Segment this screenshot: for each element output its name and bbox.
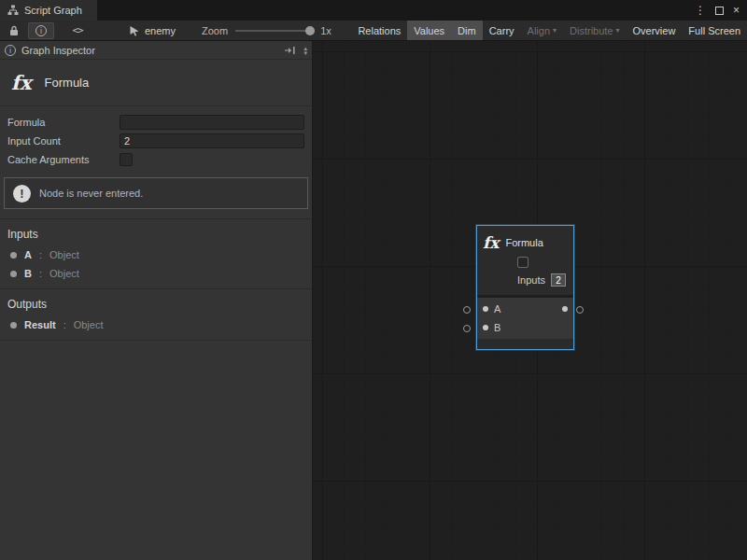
graph-target[interactable]: enemy	[129, 25, 176, 36]
node-input-count-field[interactable]: 2	[551, 273, 566, 287]
maximize-icon[interactable]	[715, 7, 724, 15]
port-b-type: Object	[49, 268, 79, 279]
port-result-name: Result	[24, 319, 56, 330]
cache-arguments-checkbox[interactable]	[120, 153, 133, 166]
inspector-fx-icon: fx	[11, 71, 32, 94]
node-port-b-label: B	[494, 322, 500, 333]
graph-canvas[interactable]: fx Formula Inputs 2 A B	[313, 41, 747, 560]
chevron-down-icon: ▾	[616, 21, 620, 41]
port-a-name: A	[24, 249, 32, 260]
port-result-type: Object	[74, 319, 104, 330]
fullscreen-button[interactable]: Full Screen	[682, 21, 747, 40]
input-port-a-dot[interactable]	[483, 306, 488, 312]
formula-node-footer	[477, 339, 573, 349]
unity-window: Script Graph ⋮ × i <>	[0, 0, 747, 560]
port-separator: :	[39, 268, 42, 279]
formula-node-header[interactable]: fx Formula Inputs 2	[477, 226, 573, 295]
port-separator: :	[39, 249, 42, 260]
divider	[0, 340, 312, 341]
formula-node-ports: A B	[477, 295, 573, 339]
port-b-name: B	[24, 268, 32, 279]
relations-button[interactable]: Relations	[351, 21, 407, 40]
output-port-result-dot[interactable]	[562, 306, 568, 312]
zoom-control: Zoom 1x	[202, 25, 331, 36]
zoom-track	[235, 30, 315, 32]
port-separator: :	[63, 319, 66, 330]
window-controls: ⋮ ×	[695, 0, 747, 21]
node-inputs-label: Inputs	[517, 274, 545, 286]
graph-toolbar: i <> enemy Zoom 1x Relations Values Dim	[0, 21, 747, 41]
distribute-button[interactable]: Distribute ▾	[563, 21, 626, 40]
inspector-toggle-button[interactable]: i	[28, 22, 54, 39]
unit-fields: Formula Input Count Cache Arguments	[0, 106, 312, 174]
inspector-header-title: Graph Inspector	[21, 45, 95, 56]
inspector-header: i Graph Inspector ▴ ▾	[0, 41, 312, 60]
dim-button[interactable]: Dim	[451, 21, 483, 40]
port-a-type: Object	[49, 249, 79, 260]
cache-arguments-field-row: Cache Arguments	[7, 150, 304, 169]
port-dot	[10, 322, 17, 329]
formula-field-row: Formula	[7, 113, 304, 132]
info-icon: i	[5, 45, 16, 56]
close-icon[interactable]: ×	[733, 0, 740, 21]
port-dot	[10, 271, 17, 277]
chevron-down-icon: ▾	[553, 21, 557, 41]
port-dot	[10, 252, 17, 259]
values-button[interactable]: Values	[407, 21, 451, 40]
overview-button[interactable]: Overview	[627, 21, 683, 40]
scroll-spinner[interactable]: ▴ ▾	[303, 46, 307, 55]
carry-button[interactable]: Carry	[483, 21, 521, 40]
window-menu-icon[interactable]: ⋮	[695, 0, 706, 21]
align-button[interactable]: Align ▾	[521, 21, 563, 40]
edit-script-button[interactable]: <>	[63, 22, 92, 39]
target-label: enemy	[145, 25, 176, 36]
port-row-result: Result : Object	[0, 315, 312, 334]
port-row-b: B : Object	[0, 264, 312, 283]
external-port-a[interactable]	[463, 306, 471, 314]
graph-inspector-panel: i Graph Inspector ▴ ▾ fx Formula	[0, 41, 313, 560]
warning-box: ! Node is never entered.	[4, 177, 308, 209]
code-icon: <>	[72, 24, 82, 36]
node-title: Formula	[505, 237, 543, 248]
input-count-field-row: Input Count	[7, 132, 304, 150]
inputs-section-header: Inputs	[0, 219, 312, 245]
lock-button[interactable]	[4, 22, 24, 39]
node-port-row-b[interactable]: B	[477, 318, 573, 337]
warning-icon: !	[13, 185, 31, 203]
cursor-icon	[129, 25, 140, 36]
warning-text: Node is never entered.	[39, 188, 143, 199]
distribute-label: Distribute	[570, 21, 613, 41]
input-port-b-dot[interactable]	[483, 325, 488, 330]
zoom-knob[interactable]	[305, 26, 315, 35]
external-port-b[interactable]	[463, 325, 471, 332]
tab-script-graph[interactable]: Script Graph	[0, 0, 97, 21]
align-label: Align	[528, 21, 550, 41]
zoom-slider[interactable]	[235, 25, 315, 36]
script-graph-icon	[7, 5, 19, 16]
formula-input[interactable]	[120, 115, 304, 130]
zoom-label: Zoom	[202, 25, 228, 36]
external-port-result[interactable]	[576, 306, 584, 314]
port-row-a: A : Object	[0, 245, 312, 264]
formula-field-label: Formula	[7, 117, 120, 128]
formula-node[interactable]: fx Formula Inputs 2 A B	[476, 225, 574, 350]
toolbar-buttons: Relations Values Dim Carry Align ▾ Distr…	[351, 21, 747, 40]
lock-icon	[8, 25, 20, 36]
node-fx-icon: fx	[483, 233, 499, 252]
tab-title: Script Graph	[24, 5, 82, 16]
dock-icon[interactable]	[284, 46, 296, 55]
zoom-value: 1x	[320, 25, 331, 36]
window-titlebar: Script Graph ⋮ ×	[0, 0, 747, 21]
unit-title: Formula	[45, 76, 90, 90]
unit-title-block: fx Formula	[0, 60, 312, 106]
spinner-down-icon[interactable]: ▾	[303, 50, 307, 55]
node-port-row-a[interactable]: A	[477, 300, 573, 318]
outputs-section-header: Outputs	[0, 289, 312, 315]
info-icon: i	[35, 25, 47, 36]
cache-arguments-label: Cache Arguments	[7, 154, 120, 165]
node-formula-field[interactable]	[517, 257, 529, 268]
input-count-input[interactable]	[120, 133, 304, 148]
node-port-a-label: A	[494, 303, 500, 315]
input-count-label: Input Count	[7, 135, 120, 147]
